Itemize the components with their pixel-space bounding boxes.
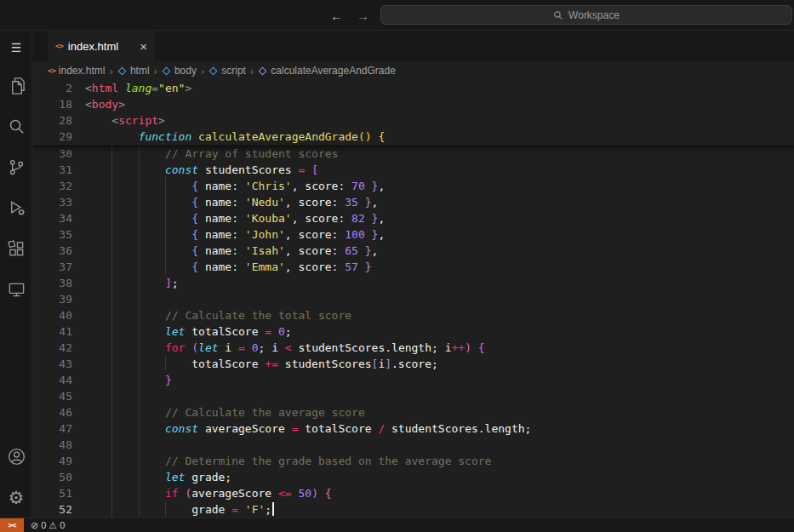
line-number[interactable]: 2	[32, 80, 85, 96]
code-line[interactable]: 38 ];	[32, 275, 794, 291]
code-line[interactable]: 47 const averageScore = totalScore / stu…	[32, 420, 794, 437]
code-text: // Array of student scores	[85, 146, 338, 162]
run-debug-play-bug-icon	[7, 198, 26, 218]
remote-explorer-monitor-icon	[7, 280, 26, 300]
line-number[interactable]: 29	[32, 129, 85, 145]
line-number[interactable]: 52	[32, 501, 85, 518]
symbol-element-icon	[117, 66, 126, 75]
remote-indicator[interactable]: ><	[0, 518, 24, 532]
breadcrumb-file[interactable]: <> index.html	[48, 65, 106, 77]
line-number[interactable]: 32	[32, 178, 85, 194]
code-line[interactable]: 28 <script>	[32, 112, 794, 129]
status-bar: >< ⊘ 0 ⚠ 0	[0, 518, 794, 532]
line-number[interactable]: 34	[32, 210, 85, 226]
activity-bar: ☰ ⚙	[0, 31, 32, 518]
tab-index-html[interactable]: <> index.html ×	[48, 31, 155, 61]
line-number[interactable]: 48	[32, 437, 85, 453]
html-file-icon: <>	[55, 42, 63, 50]
problems-status[interactable]: ⊘ 0 ⚠ 0	[31, 520, 65, 531]
code-text: <script>	[85, 112, 165, 129]
code-line[interactable]: 42 for (let i = 0; i < studentScores.len…	[32, 340, 794, 356]
code-text: let grade;	[85, 469, 231, 485]
menu-button[interactable]: ☰	[0, 31, 32, 65]
code-line[interactable]: 43 totalScore += studentScores[i].score;	[32, 356, 794, 372]
breadcrumb-function[interactable]: calculateAverageAndGrade	[258, 65, 396, 77]
extensions-button[interactable]	[0, 228, 32, 269]
code-line[interactable]: 41 let totalScore = 0;	[32, 323, 794, 340]
line-number[interactable]: 43	[32, 356, 85, 372]
code-line[interactable]: 33 { name: 'Nedu', score: 35 },	[32, 194, 794, 210]
code-line[interactable]: 45	[32, 388, 794, 404]
tab-close-icon[interactable]: ×	[140, 40, 147, 53]
code-line[interactable]: 49 // Determine the grade based on the a…	[32, 453, 794, 469]
code-text: }	[85, 372, 172, 388]
line-number[interactable]: 38	[32, 275, 85, 291]
code-line[interactable]: 40 // Calculate the total score	[32, 307, 794, 323]
settings-gear-icon: ⚙	[9, 489, 25, 506]
line-number[interactable]: 30	[32, 146, 85, 162]
line-number[interactable]: 39	[32, 291, 85, 307]
code-line[interactable]: 39	[32, 291, 794, 307]
line-number[interactable]: 40	[32, 307, 85, 323]
tab-label: index.html	[68, 40, 118, 53]
source-control-button[interactable]	[0, 146, 32, 187]
code-line[interactable]: 48	[32, 437, 794, 453]
code-line[interactable]: 29 function calculateAverageAndGrade() {	[32, 129, 794, 145]
line-number[interactable]: 36	[32, 243, 85, 259]
line-number[interactable]: 41	[32, 323, 85, 340]
line-number[interactable]: 42	[32, 340, 85, 356]
code-line[interactable]: 35 { name: 'John', score: 100 },	[32, 226, 794, 243]
line-number[interactable]: 31	[32, 162, 85, 178]
code-text: if (averageScore <= 50) {	[85, 485, 332, 501]
code-line[interactable]: 37 { name: 'Emma', score: 57 }	[32, 259, 794, 275]
chevron-right-icon: ›	[153, 65, 158, 77]
editor[interactable]: 2<html lang="en">18<body>28 <script>29 f…	[32, 80, 794, 518]
code-line[interactable]: 46 // Calculate the average score	[32, 404, 794, 420]
explorer-button[interactable]	[0, 65, 32, 106]
line-number[interactable]: 28	[32, 112, 85, 129]
breadcrumb-label: html	[130, 65, 150, 77]
back-arrow-icon[interactable]: ←	[330, 9, 343, 23]
line-number[interactable]: 18	[32, 96, 85, 112]
code-line[interactable]: 2<html lang="en">	[32, 80, 794, 96]
code-line[interactable]: 51 if (averageScore <= 50) {	[32, 485, 794, 501]
line-number[interactable]: 45	[32, 388, 85, 404]
breadcrumb-html[interactable]: html	[117, 65, 150, 77]
forward-arrow-icon[interactable]: →	[357, 9, 369, 23]
code-text: let totalScore = 0;	[85, 323, 292, 340]
run-debug-button[interactable]	[0, 187, 32, 228]
line-number[interactable]: 51	[32, 485, 85, 501]
line-number[interactable]: 33	[32, 194, 85, 210]
breadcrumb: <> index.html › html › body › script › c…	[32, 61, 794, 80]
code-line[interactable]: 18<body>	[32, 96, 794, 112]
accounts-button[interactable]	[0, 436, 32, 477]
breadcrumb-body[interactable]: body	[162, 65, 197, 77]
search-icon	[553, 10, 563, 20]
breadcrumb-script[interactable]: script	[208, 65, 246, 77]
code-line[interactable]: 34 { name: 'Kouba', score: 82 },	[32, 210, 794, 226]
code-text: { name: 'Nedu', score: 35 },	[85, 194, 378, 210]
line-number[interactable]: 37	[32, 259, 85, 275]
code-line[interactable]: 50 let grade;	[32, 469, 794, 485]
code-line[interactable]: 36 { name: 'Isah', score: 65 },	[32, 243, 794, 259]
code-line[interactable]: 52 grade = 'F';	[32, 501, 794, 518]
code-line[interactable]: 31 const studentScores = [	[32, 162, 794, 178]
line-number[interactable]: 47	[32, 420, 85, 437]
line-number[interactable]: 35	[32, 226, 85, 243]
remote-explorer-button[interactable]	[0, 269, 32, 310]
line-number[interactable]: 44	[32, 372, 85, 388]
code-line[interactable]: 44 }	[32, 372, 794, 388]
line-number[interactable]: 49	[32, 453, 85, 469]
code-line[interactable]: 30 // Array of student scores	[32, 146, 794, 162]
code-text: { name: 'Kouba', score: 82 },	[85, 210, 385, 226]
code-line[interactable]: 32 { name: 'Chris', score: 70 },	[32, 178, 794, 194]
line-number[interactable]: 50	[32, 469, 85, 485]
breadcrumb-label: script	[221, 65, 246, 77]
command-center-search[interactable]: Workspace	[380, 5, 792, 25]
settings-button[interactable]: ⚙	[0, 477, 32, 518]
line-number[interactable]: 46	[32, 404, 85, 420]
account-person-icon	[7, 447, 26, 466]
code-text: const studentScores = [	[85, 162, 318, 178]
search-button[interactable]	[0, 106, 32, 146]
code-text: { name: 'Isah', score: 65 },	[85, 243, 378, 259]
